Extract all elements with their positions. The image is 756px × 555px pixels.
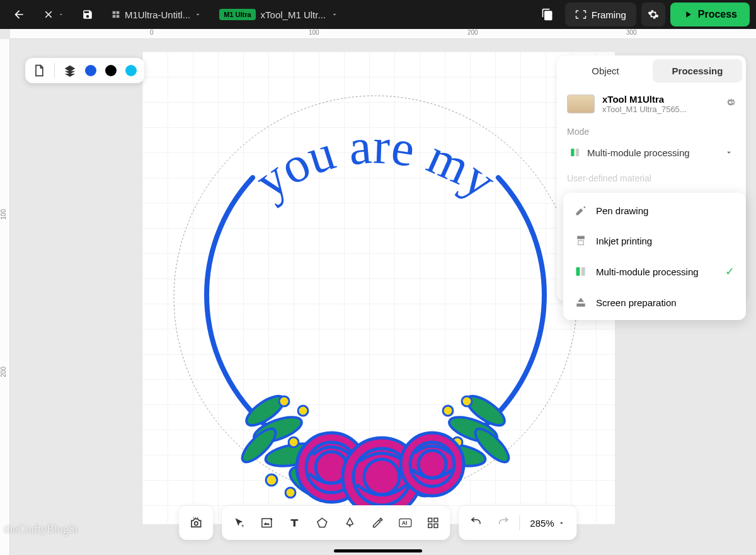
home-indicator [334,549,422,552]
chevron-down-icon [194,11,202,18]
multi-module-icon [570,147,581,158]
zoom-value: 285% [530,518,554,529]
redo-button[interactable] [491,511,515,535]
file-name-text: M1Ultra-Untitl... [125,9,190,20]
chevron-up-icon [558,519,566,527]
design-artwork[interactable]: you are my [168,89,583,505]
undo-icon [469,517,482,529]
logo-button[interactable] [37,4,71,25]
svg-point-17 [462,396,472,406]
ai-icon: AI [398,517,412,529]
svg-rect-35 [581,267,585,275]
save-button[interactable] [76,4,100,25]
svg-point-11 [285,488,295,498]
ai-tool[interactable]: AI [393,511,417,535]
arrow-left-icon [13,8,25,21]
zoom-control[interactable]: 285% [524,518,571,529]
ruler-vertical: 100 200 [0,39,10,555]
check-icon: ✓ [725,265,735,278]
vector-tool[interactable] [338,511,362,535]
mode-option-label: Pen drawing [596,205,735,216]
undo-button[interactable] [464,511,488,535]
mode-selector[interactable]: Multi-module processing [567,142,736,163]
svg-point-9 [289,437,299,447]
chevron-down-icon [724,148,733,157]
color-swatch-cyan[interactable] [125,65,137,76]
framing-button[interactable]: Framing [565,3,636,26]
mode-option-label: Multi-module processing [596,266,716,277]
svg-point-36 [195,522,198,525]
process-button[interactable]: Process [670,3,750,26]
svg-rect-34 [576,267,580,275]
cursor-icon: + [232,517,245,529]
framing-label: Framing [592,9,626,20]
text-icon [288,517,301,529]
play-icon [683,9,693,20]
svg-rect-30 [576,149,579,156]
svg-rect-44 [428,524,432,528]
tab-processing[interactable]: Processing [653,59,742,83]
mode-option-screen[interactable]: Screen preparation [563,287,746,318]
file-name-selector[interactable]: M1Ultra-Untitl... [105,6,208,24]
select-tool[interactable]: + [227,511,251,535]
tab-object[interactable]: Object [561,59,650,83]
chevron-down-icon [331,11,338,18]
svg-rect-32 [577,236,585,239]
svg-point-8 [298,406,308,416]
camera-icon [189,516,203,530]
mode-option-inkjet[interactable]: Inkjet printing [563,226,746,256]
color-swatch-black[interactable] [105,65,117,76]
image-tool[interactable]: + [255,511,278,535]
back-button[interactable] [6,3,32,26]
gear-icon [648,9,659,20]
pentagon-icon [316,517,328,529]
gear-icon [724,97,736,108]
svg-rect-33 [578,241,583,245]
layers-icon[interactable] [64,63,76,78]
svg-text:+: + [270,517,273,522]
device-badge: M1 Ultra [219,9,255,20]
mode-option-pen[interactable]: Pen drawing [563,195,746,226]
chevron-down-icon [58,11,64,18]
draw-tool[interactable] [365,511,389,535]
color-swatch-blue[interactable] [85,65,96,76]
mode-current-text: Multi-module processing [587,147,724,158]
svg-point-18 [443,406,453,416]
pen-icon [575,204,587,217]
multi-module-icon [575,265,587,278]
grid-icon [111,9,121,20]
artboard[interactable]: you are my [142,52,615,524]
device-settings-button[interactable] [724,97,736,111]
layers-icon [541,8,554,21]
svg-rect-42 [428,518,432,522]
mode-option-label: Inkjet printing [596,236,735,246]
watermark: theCraftyBlogSt [4,523,78,536]
device-subtitle: xTool_M1 Ultra_7565... [602,105,717,114]
device-name-text: xTool_M1 Ultr... [261,9,326,20]
layers-button[interactable] [535,3,560,26]
page-icon[interactable] [33,63,45,78]
ruler-horizontal: 0 100 200 300 [10,29,756,39]
apps-tool[interactable] [421,511,445,535]
text-tool[interactable] [282,511,306,535]
frame-icon [575,9,587,20]
shape-tool[interactable] [310,511,334,535]
top-toolbar: M1Ultra-Untitl... M1 Ultra xTool_M1 Ultr… [0,0,756,29]
camera-tool[interactable] [184,511,208,535]
settings-button[interactable] [641,3,665,26]
svg-rect-43 [434,518,438,522]
mode-option-multi[interactable]: Multi-module processing ✓ [563,256,746,287]
svg-rect-45 [434,524,438,528]
save-icon [82,9,93,20]
device-title: xTool M1Ultra [602,94,717,105]
x-logo-icon [43,9,54,20]
svg-rect-29 [571,149,574,156]
device-selector[interactable]: M1 Ultra xTool_M1 Ultr... [213,5,345,24]
svg-text:AI: AI [402,520,408,526]
mode-dropdown: Pen drawing Inkjet printing Multi-module… [563,193,746,320]
grid-icon [427,517,439,529]
svg-text:you are my: you are my [245,118,507,209]
pencil-icon [371,517,384,529]
screen-icon [575,296,587,309]
image-icon: + [260,517,273,529]
